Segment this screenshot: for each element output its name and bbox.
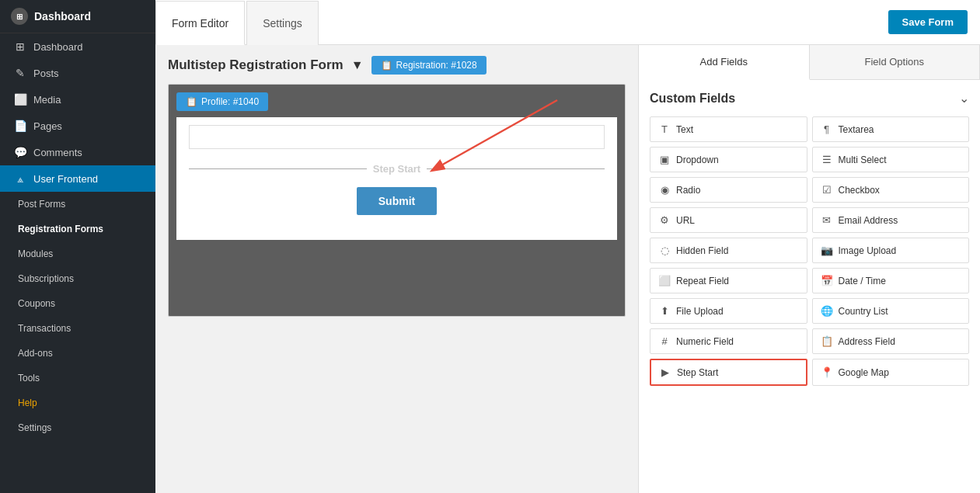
sidebar-item-subscriptions[interactable]: Subscriptions [0, 266, 155, 291]
date-time-field[interactable]: 📅Date / Time [812, 268, 970, 293]
email-address-field-label: Email Address [839, 215, 898, 226]
hidden-field-btn-label: Hidden Field [676, 245, 728, 256]
dashboard-icon: ⊞ [13, 40, 27, 53]
sidebar-item-user-frontend[interactable]: ⟁User Frontend [0, 165, 155, 192]
right-panel: Add Fields Field Options Custom Fields ⌄… [638, 45, 980, 493]
sidebar-item-registration-forms[interactable]: Registration Forms [0, 217, 155, 241]
textarea-field-icon: ¶ [821, 123, 833, 135]
image-upload-field-icon: 📷 [821, 245, 833, 256]
sidebar-item-pages[interactable]: 📄Pages [0, 113, 155, 139]
multi-select-field[interactable]: ☰Multi Select [812, 147, 970, 172]
dropdown-field-label: Dropdown [676, 154, 719, 165]
form-input-field[interactable] [189, 125, 605, 149]
image-upload-field[interactable]: 📷Image Upload [812, 238, 970, 263]
google-map-field-icon: 📍 [821, 366, 833, 378]
sidebar-item-label-user-frontend: User Frontend [33, 173, 98, 185]
sidebar-item-dashboard[interactable]: ⊞Dashboard [0, 33, 155, 60]
step-start-bar: Step Start [189, 163, 605, 175]
custom-fields-title: Custom Fields [650, 92, 735, 106]
profile-badge-label: Profile: #1040 [201, 96, 259, 107]
tab-settings[interactable]: Settings [246, 1, 319, 45]
url-field-icon: ⚙ [658, 214, 671, 226]
sidebar-item-label-settings-sub: Settings [18, 422, 51, 433]
google-map-field-label: Google Map [839, 367, 889, 378]
radio-field-icon: ◉ [658, 184, 671, 196]
form-inner: Step Start Submit [176, 117, 617, 240]
text-field-label: Text [676, 124, 693, 135]
sidebar-item-label-post-forms: Post Forms [18, 199, 65, 210]
sidebar-item-coupons[interactable]: Coupons [0, 291, 155, 316]
pages-icon: 📄 [13, 120, 27, 132]
sidebar-item-label-pages: Pages [33, 120, 62, 132]
date-time-field-label: Date / Time [839, 276, 886, 286]
save-form-button[interactable]: Save Form [888, 10, 968, 34]
email-address-field[interactable]: ✉Email Address [812, 207, 970, 233]
dropdown-field[interactable]: ▣Dropdown [650, 147, 807, 172]
sidebar-item-modules[interactable]: Modules [0, 241, 155, 266]
form-title: Multistep Registration Form [168, 57, 344, 73]
numeric-field-btn[interactable]: #Numeric Field [650, 328, 807, 354]
sidebar-item-help[interactable]: Help [0, 391, 155, 415]
google-map-field[interactable]: 📍Google Map [812, 359, 970, 386]
hidden-field-btn[interactable]: ◌Hidden Field [650, 238, 807, 263]
sidebar-item-label-add-ons: Add-ons [18, 348, 53, 359]
country-list-field-icon: 🌐 [821, 305, 833, 317]
address-field-btn[interactable]: 📋Address Field [812, 328, 970, 354]
repeat-field-btn-icon: ⬜ [658, 275, 671, 286]
image-upload-field-label: Image Upload [839, 245, 897, 256]
sidebar-logo[interactable]: ⊞ Dashboard [0, 0, 155, 33]
registration-badge: 📋 Registration: #1028 [371, 56, 487, 75]
profile-icon: 📋 [186, 96, 197, 107]
multi-select-field-icon: ☰ [821, 154, 833, 165]
panel-content: Custom Fields ⌄ TText¶Textarea▣Dropdown☰… [639, 80, 980, 493]
sidebar-item-label-registration-forms: Registration Forms [18, 224, 103, 234]
panel-tabs: Add Fields Field Options [639, 45, 980, 80]
sidebar-item-label-dashboard: Dashboard [33, 41, 83, 53]
sidebar-item-post-forms[interactable]: Post Forms [0, 192, 155, 217]
file-upload-field-icon: ⬆ [658, 305, 671, 317]
sidebar-item-media[interactable]: ⬜Media [0, 86, 155, 113]
radio-field[interactable]: ◉Radio [650, 177, 807, 203]
step-start-field-icon: ▶ [659, 366, 671, 378]
form-title-dropdown[interactable]: ▼ [351, 58, 364, 72]
sidebar-item-label-help: Help [18, 398, 37, 408]
textarea-field[interactable]: ¶Textarea [812, 116, 970, 142]
sidebar-item-comments[interactable]: 💬Comments [0, 139, 155, 165]
url-field[interactable]: ⚙URL [650, 207, 807, 233]
country-list-field[interactable]: 🌐Country List [812, 298, 970, 324]
custom-fields-header: Custom Fields ⌄ [650, 91, 969, 106]
checkbox-field[interactable]: ☑Checkbox [812, 177, 970, 203]
textarea-field-label: Textarea [839, 124, 874, 135]
numeric-field-btn-icon: # [658, 335, 671, 347]
topbar-tabs: Form Editor Settings [155, 0, 320, 44]
sidebar-item-label-posts: Posts [33, 68, 59, 79]
registration-badge-label: Registration: #1028 [396, 60, 477, 71]
sidebar-logo-label: Dashboard [34, 10, 91, 23]
text-field[interactable]: TText [650, 116, 807, 142]
date-time-field-icon: 📅 [821, 275, 833, 286]
sidebar-item-label-comments: Comments [33, 147, 82, 158]
multi-select-field-label: Multi Select [839, 154, 887, 165]
sidebar-item-posts[interactable]: ✎Posts [0, 60, 155, 86]
step-start-label: Step Start [373, 163, 420, 175]
sidebar-item-add-ons[interactable]: Add-ons [0, 341, 155, 366]
sidebar-item-transactions[interactable]: Transactions [0, 316, 155, 341]
text-field-icon: T [658, 123, 671, 135]
tab-form-editor[interactable]: Form Editor [155, 1, 245, 45]
file-upload-field[interactable]: ⬆File Upload [650, 298, 807, 324]
sidebar-item-label-media: Media [33, 94, 61, 106]
sidebar-item-tools[interactable]: Tools [0, 366, 155, 391]
chevron-down-icon[interactable]: ⌄ [959, 91, 969, 106]
radio-field-label: Radio [676, 185, 700, 196]
tab-add-fields[interactable]: Add Fields [639, 45, 810, 80]
form-title-bar: Multistep Registration Form ▼ 📋 Registra… [168, 56, 626, 75]
step-start-field[interactable]: ▶Step Start [650, 359, 807, 386]
tab-field-options[interactable]: Field Options [810, 45, 981, 79]
email-address-field-icon: ✉ [821, 214, 833, 226]
fields-grid: TText¶Textarea▣Dropdown☰Multi Select◉Rad… [650, 116, 969, 386]
submit-button[interactable]: Submit [357, 187, 437, 215]
url-field-label: URL [676, 215, 695, 226]
repeat-field-btn[interactable]: ⬜Repeat Field [650, 268, 807, 293]
sidebar-item-settings-sub[interactable]: Settings [0, 415, 155, 440]
comments-icon: 💬 [13, 146, 27, 158]
